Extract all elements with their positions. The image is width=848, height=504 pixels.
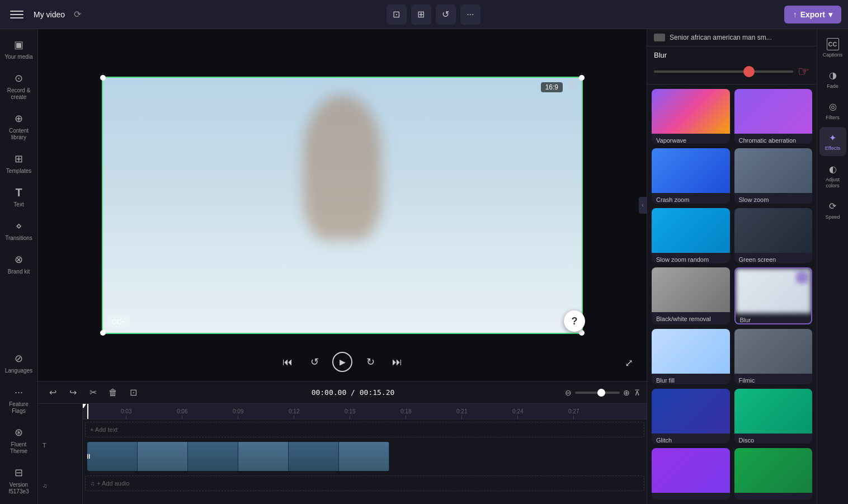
effect-name-more1 <box>652 493 730 500</box>
main-area: ▣ Your media ⊙ Record & create ⊕ Content… <box>0 29 848 504</box>
cut-button[interactable]: ✂ <box>85 385 101 401</box>
effect-card-chromatic[interactable]: Chromatic aberration <box>734 89 813 144</box>
sidebar-item-fluent-theme[interactable]: ⊛ Fluent Theme <box>2 421 36 459</box>
video-thumb-5 <box>289 442 339 471</box>
duplicate-button[interactable]: ⊡ <box>125 385 141 401</box>
sidebar-label-brand-kit: Brand kit <box>8 269 30 275</box>
resize-tool-button[interactable]: ⊞ <box>411 4 431 25</box>
play-button[interactable]: ▶ <box>332 352 352 372</box>
add-text-button[interactable]: + Add text <box>85 422 644 437</box>
media-icon: ▣ <box>12 38 26 51</box>
fullscreen-button[interactable]: ⤢ <box>620 354 638 372</box>
blur-settings-button[interactable]: ≡ <box>797 272 808 283</box>
sidebar-item-brand-kit[interactable]: ⊗ Brand kit <box>2 248 36 280</box>
effect-card-more2[interactable] <box>734 448 813 500</box>
sidebar-item-version[interactable]: ⊟ Version f5173e3 <box>2 461 36 500</box>
skip-back-button[interactable]: ⏮ <box>279 353 296 371</box>
sidebar-item-record[interactable]: ⊙ Record & create <box>2 67 36 105</box>
effect-card-more1[interactable] <box>652 448 730 500</box>
help-icon[interactable]: ? <box>564 310 585 332</box>
effect-card-filmic[interactable]: Filmic <box>734 329 813 384</box>
effect-name-filmic: Filmic <box>734 374 813 384</box>
timeline-tracks[interactable]: 0:03 0:06 0:09 <box>83 404 647 504</box>
effect-card-green-screen[interactable]: Green screen <box>734 208 813 263</box>
rail-label-fade: Fade <box>827 83 838 90</box>
effect-card-crash-zoom[interactable]: Crash zoom <box>652 148 730 203</box>
video-preview: ⚙ 16:9 CC+ ? ‹ ⏮ ↺ ▶ ↻ ⏭ ⤢ <box>38 29 647 381</box>
effects-icon: ✦ <box>827 131 839 144</box>
handle-top-right[interactable] <box>579 75 585 81</box>
effect-thumb-bw-removal <box>652 267 730 312</box>
add-audio-label: + Add audio <box>97 480 129 487</box>
delete-button[interactable]: 🗑 <box>105 385 121 401</box>
sidebar-item-text[interactable]: T Text <box>2 181 36 213</box>
video-track-label <box>38 455 82 475</box>
expand-timeline-button[interactable]: ⊼ <box>634 388 640 397</box>
export-label: Export <box>800 10 825 19</box>
ruler-tick <box>182 416 182 419</box>
effect-thumb-slow-zoom-random <box>652 208 730 253</box>
ruler-label: 0:27 <box>568 408 579 414</box>
rail-item-filters[interactable]: ◎ Filters <box>819 96 846 125</box>
rail-item-captions[interactable]: CC Captions <box>819 34 846 63</box>
sidebar-item-languages[interactable]: ⊘ Languages <box>2 347 36 379</box>
more-tools-button[interactable]: ··· <box>460 4 480 25</box>
menu-button[interactable] <box>7 4 27 25</box>
video-thumb-4 <box>238 442 289 471</box>
effect-card-bw-removal[interactable]: Black/white removal <box>652 267 730 324</box>
sidebar-label-content-library: Content library <box>4 128 34 141</box>
sidebar-item-my-media[interactable]: ▣ Your media <box>2 34 36 65</box>
sidebar-item-templates[interactable]: ⊞ Templates <box>2 148 36 179</box>
filters-icon: ◎ <box>827 101 839 113</box>
add-audio-button[interactable]: ♫ + Add audio <box>85 475 644 491</box>
help-button[interactable]: ? <box>564 310 585 332</box>
video-track[interactable] <box>87 442 389 471</box>
transitions-icon: ⋄ <box>12 219 26 233</box>
zoom-slider[interactable] <box>575 392 620 394</box>
effect-thumb-glitch <box>652 389 730 434</box>
handle-top-left[interactable] <box>100 75 106 81</box>
effect-card-disco[interactable]: Disco <box>734 389 813 444</box>
zoom-out-button[interactable]: ⊖ <box>565 388 572 397</box>
ruler-label: 0:06 <box>177 408 187 414</box>
ruler-label: 0:03 <box>121 408 131 414</box>
redo-button[interactable]: ↪ <box>65 385 81 401</box>
rail-item-fade[interactable]: ◑ Fade <box>819 65 846 94</box>
rail-item-effects[interactable]: ✦ Effects <box>819 127 846 156</box>
audio-track-row: ♫ + Add audio <box>83 473 647 493</box>
ruler-label: 0:18 <box>401 408 411 414</box>
effect-card-blur[interactable]: ≡ Blur <box>734 267 813 324</box>
effect-thumb-more1 <box>652 448 730 493</box>
skip-forward-button[interactable]: ⏭ <box>388 353 406 371</box>
crop-tool-button[interactable]: ⊡ <box>387 4 407 25</box>
effect-card-glitch[interactable]: Glitch <box>652 389 730 444</box>
sidebar-item-content-library[interactable]: ⊕ Content library <box>2 107 36 145</box>
effect-thumb-more2 <box>734 448 813 493</box>
sidebar-item-feature-flags[interactable]: ··· Feature Flags <box>2 381 36 419</box>
blur-intensity-slider[interactable] <box>654 70 793 73</box>
playhead-marker <box>83 404 86 408</box>
canvas-settings-icon[interactable]: ⚙ <box>568 80 580 91</box>
rail-item-adjust-colors[interactable]: ◐ Adjust colors <box>819 158 846 194</box>
sidebar-item-transitions[interactable]: ⋄ Transitions <box>2 215 36 246</box>
cc-button[interactable]: CC+ <box>107 316 130 328</box>
effect-card-blur-fill[interactable]: Blur fill <box>652 329 730 384</box>
add-text-label: + Add text <box>90 426 117 433</box>
rotate-tool-button[interactable]: ↺ <box>436 4 456 25</box>
effect-card-slow-zoom-random[interactable]: Slow zoom random <box>652 208 730 263</box>
forward-button[interactable]: ↻ <box>361 353 379 371</box>
effect-card-slow-zoom[interactable]: Slow zoom <box>734 148 813 203</box>
undo-button[interactable]: ↩ <box>45 385 60 401</box>
rewind-button[interactable]: ↺ <box>305 353 323 371</box>
collapse-panel-button[interactable]: ‹ <box>639 197 647 214</box>
handle-bottom-left[interactable] <box>100 330 106 336</box>
export-button[interactable]: ↑ Export ▾ <box>784 6 841 23</box>
ruler-mark-24: 0:24 <box>512 408 523 419</box>
effect-card-vaporwave[interactable]: Vaporwave <box>652 89 730 144</box>
ruler-label: 0:21 <box>456 408 467 414</box>
cloud-icon[interactable]: ⟳ <box>72 9 83 20</box>
rail-label-filters: Filters <box>826 115 840 121</box>
rail-item-speed[interactable]: ⟳ Speed <box>819 196 846 225</box>
zoom-in-button[interactable]: ⊕ <box>623 388 630 397</box>
ruler-label: 0:09 <box>233 408 243 414</box>
